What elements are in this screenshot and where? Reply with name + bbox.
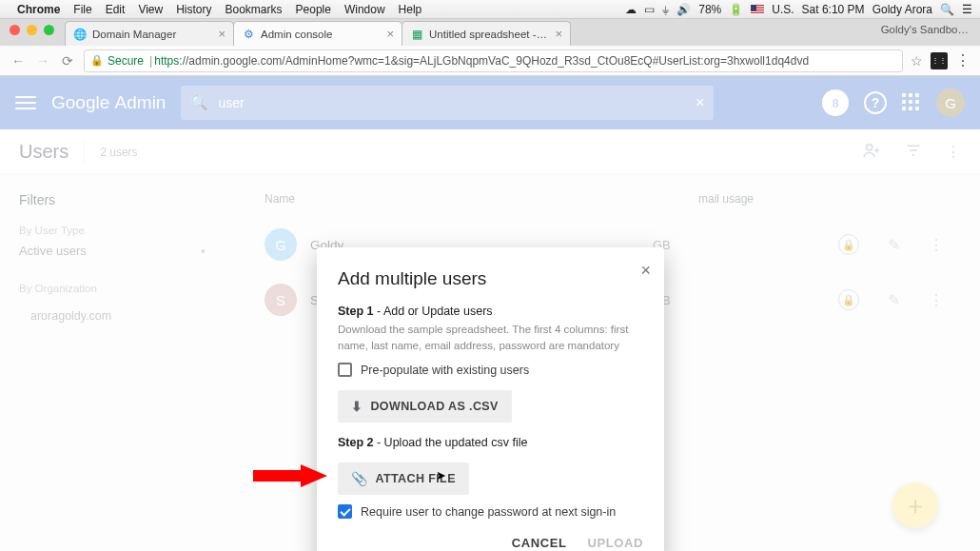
tab-close-icon[interactable]: × xyxy=(386,27,394,41)
tab-untitled-spreadsheet[interactable]: ▦ Untitled spreadsheet - Google × xyxy=(402,21,571,46)
input-source-flag-icon[interactable] xyxy=(751,5,764,14)
sheets-icon: ▦ xyxy=(410,28,423,41)
add-multiple-users-dialog: × Add multiple users Step 1 - Add or Upd… xyxy=(317,247,664,551)
extension-icon[interactable]: ⋮⋮ xyxy=(931,52,948,69)
back-button[interactable]: ← xyxy=(10,53,27,69)
mac-menu-view[interactable]: View xyxy=(138,3,163,16)
annotation-arrow-icon xyxy=(253,462,329,490)
gear-icon: ⚙ xyxy=(242,28,255,41)
mac-menu-history[interactable]: History xyxy=(176,3,211,16)
notification-center-icon[interactable]: ☰ xyxy=(962,3,972,16)
prepopulate-checkbox[interactable] xyxy=(338,363,352,377)
mac-menu-bookmarks[interactable]: Bookmarks xyxy=(225,3,283,16)
tab-admin-console[interactable]: ⚙ Admin console × xyxy=(233,21,402,46)
display-icon[interactable]: ▭ xyxy=(644,3,655,16)
wifi-icon[interactable]: ⏚ xyxy=(662,3,669,16)
lock-icon: 🔒 xyxy=(90,54,104,67)
admin-console: Google Admin 🔍 user × 8 ? G Users 2 user… xyxy=(0,76,980,551)
dialog-title: Add multiple users xyxy=(338,268,643,289)
step1-description: Download the sample spreadsheet. The fir… xyxy=(338,322,643,353)
mac-menu-bar: Chrome File Edit View History Bookmarks … xyxy=(0,0,980,19)
attach-file-button[interactable]: 📎 ATTACH FILE xyxy=(338,462,469,495)
window-controls xyxy=(10,25,54,35)
step1-heading: Step 1 - Add or Update users xyxy=(338,305,643,318)
mac-menu-people[interactable]: People xyxy=(296,3,331,16)
forward-button[interactable]: → xyxy=(34,53,51,69)
address-bar[interactable]: 🔒 Secure | https://admin.google.com/Admi… xyxy=(84,49,903,72)
cancel-button[interactable]: CANCEL xyxy=(512,536,567,550)
dialog-actions: CANCEL UPLOAD xyxy=(338,536,643,550)
mac-menu-window[interactable]: Window xyxy=(344,3,385,16)
chrome-menu-icon[interactable]: ⋮ xyxy=(955,51,970,69)
close-icon[interactable]: × xyxy=(640,261,651,281)
menu-user[interactable]: Goldy Arora xyxy=(872,3,932,16)
browser-toolbar: ← → ⟳ 🔒 Secure | https://admin.google.co… xyxy=(0,46,980,76)
prepopulate-label: Pre-populate with existing users xyxy=(361,364,529,377)
mouse-cursor-icon: ➤ xyxy=(436,468,446,482)
tab-title: Untitled spreadsheet - Google xyxy=(429,29,549,40)
browser-tab-strip: 🌐 Domain Manager × ⚙ Admin console × ▦ U… xyxy=(0,19,980,46)
url-text: https://admin.google.com/AdminHome?wmc=1… xyxy=(154,54,809,68)
cloud-icon[interactable]: ☁︎ xyxy=(625,3,637,16)
spotlight-icon[interactable]: 🔍 xyxy=(940,3,954,16)
mac-app-name[interactable]: Chrome xyxy=(17,3,60,16)
reload-button[interactable]: ⟳ xyxy=(59,53,76,69)
battery-icon[interactable]: 🔋 xyxy=(729,3,743,16)
mac-menu-help[interactable]: Help xyxy=(399,3,422,16)
window-close-button[interactable] xyxy=(10,25,20,35)
input-source-label[interactable]: U.S. xyxy=(772,3,794,16)
require-password-change-checkbox[interactable] xyxy=(338,504,352,519)
tab-title: Domain Manager xyxy=(92,29,212,40)
mac-menu-edit[interactable]: Edit xyxy=(106,3,126,16)
attach-icon: 📎 xyxy=(351,471,367,486)
tab-domain-manager[interactable]: 🌐 Domain Manager × xyxy=(65,21,234,46)
tab-close-icon[interactable]: × xyxy=(218,27,225,41)
download-csv-button[interactable]: ⬇ DOWNLOAD AS .CSV xyxy=(338,390,512,423)
mac-menu-file[interactable]: File xyxy=(73,3,91,16)
step2-heading: Step 2 - Upload the updated csv file xyxy=(338,436,643,449)
menu-time[interactable]: Sat 6:10 PM xyxy=(802,3,865,16)
separator: | xyxy=(149,54,152,68)
bookmark-star-icon[interactable]: ☆ xyxy=(911,53,923,69)
window-zoom-button[interactable] xyxy=(44,25,54,35)
tab-close-icon[interactable]: × xyxy=(555,27,562,41)
upload-button[interactable]: UPLOAD xyxy=(588,536,644,550)
volume-icon[interactable]: 🔊 xyxy=(676,3,691,16)
window-minimize-button[interactable] xyxy=(27,25,37,35)
globe-icon: 🌐 xyxy=(73,28,87,41)
secure-label: Secure xyxy=(108,54,144,68)
chrome-profile-button[interactable]: Goldy's Sandbo… xyxy=(881,24,969,35)
battery-pct: 78% xyxy=(698,3,721,16)
require-password-change-row[interactable]: Require user to change password at next … xyxy=(338,504,643,519)
prepopulate-checkbox-row[interactable]: Pre-populate with existing users xyxy=(338,363,643,377)
require-password-change-label: Require user to change password at next … xyxy=(361,505,616,519)
download-icon: ⬇ xyxy=(351,399,363,414)
tab-title: Admin console xyxy=(261,29,381,40)
